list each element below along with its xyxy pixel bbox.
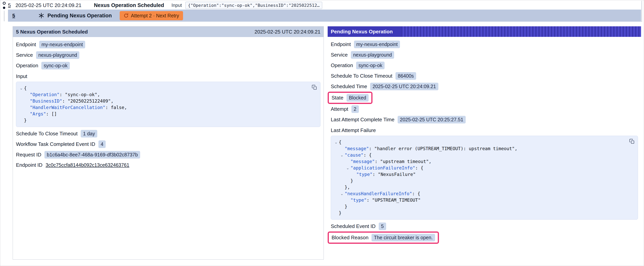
scheduled-panel-timestamp: 2025-02-25 UTC 20:24:09.21 (254, 29, 320, 35)
code-line: ⌄"applicationFailureInfo": { (333, 165, 626, 171)
code-line-text: { (24, 85, 27, 92)
code-line-text: "type": "NexusFailure" (356, 171, 416, 178)
field-label: Workflow Task Completed Event ID (16, 141, 95, 147)
code-line-text: "cause": { (344, 152, 372, 158)
field-value-badge: 2025-02-25 UTC 20:24:09.21 (370, 83, 438, 90)
code-line: ⌄"nexusHandlerFailureInfo": { (333, 190, 626, 197)
field-value-badge: 2025-02-25 UTC 20:25:27.51 (398, 116, 466, 123)
field-value-badge: Blocked (346, 94, 368, 102)
field-value-badge: nexus-playground (36, 51, 80, 59)
code-line-text: "applicationFailureInfo": { (350, 165, 423, 171)
code-line-text: "nexusHandlerFailureInfo": { (344, 190, 420, 197)
asterisk-pending-icon (38, 13, 44, 19)
field-label: Scheduled Event ID (331, 223, 376, 229)
code-line: "HandlerWaitForCancellation": false, (18, 104, 308, 111)
field-value-badge: my-nexus-endpoint (354, 41, 400, 48)
code-line: ⌄{ (18, 85, 308, 92)
retry-badge-label: Attempt 2 · Next Retry (131, 13, 179, 19)
field-value-link[interactable]: 3c0c75ccfa8144b092c13ce632463761 (46, 162, 130, 168)
field-value-badge: 1 day (81, 130, 97, 137)
pending-fields-bottom: Scheduled Event ID5Blocked ReasonThe cir… (331, 222, 638, 242)
input-label: Input (172, 3, 182, 8)
event-summary-row[interactable]: 5 2025-02-25 UTC 20:24:09.21 Nexus Opera… (8, 0, 638, 10)
timeline-dot-icon[interactable] (3, 7, 5, 9)
code-line: } (333, 178, 626, 184)
code-line-text: "BusinessID": "20250225122409", (30, 98, 114, 104)
collapse-chevron-icon[interactable]: ⌄ (339, 190, 344, 197)
code-line: "type": "NexusFailure" (333, 171, 626, 178)
field-label: Endpoint (331, 41, 351, 47)
collapse-chevron-icon[interactable]: ⌄ (18, 85, 24, 92)
code-line: ⌄{ (333, 139, 626, 145)
failure-section-label: Last Attempt Failure (331, 127, 638, 133)
field-value-badge: 86400s (396, 72, 416, 80)
annotation-highlight: Blocked ReasonThe circuit breaker is ope… (328, 231, 439, 244)
field-row-schedule-to-close-timeout: Schedule To Close Timeout1 day (16, 130, 320, 137)
field-row-service: Servicenexus-playground (331, 51, 638, 59)
code-line-text: } (24, 117, 27, 124)
field-row-endpoint: Endpointmy-nexus-endpoint (331, 41, 638, 48)
copy-icon[interactable] (311, 84, 318, 91)
failure-json-lines: ⌄{"message": "handler error (UPSTREAM_TI… (333, 139, 626, 216)
code-line: "message": "upstream timeout", (333, 158, 626, 165)
scheduled-fields-top: Endpointmy-nexus-endpointServicenexus-pl… (16, 41, 320, 69)
code-line: } (333, 203, 626, 210)
annotation-highlight: StateBlocked (328, 92, 372, 104)
field-value-badge: nexus-playground (351, 51, 394, 59)
field-row-endpoint-id: Endpoint ID3c0c75ccfa8144b092c13ce632463… (16, 161, 320, 169)
timeline-dotted-line (4, 11, 4, 21)
code-line-text: }, (344, 184, 350, 190)
field-row-last-attempt-complete-time: Last Attempt Complete Time2025-02-25 UTC… (331, 116, 638, 123)
code-line-text: "Args": [] (30, 111, 57, 117)
scheduled-panel-header[interactable]: 5 Nexus Operation Scheduled 2025-02-25 U… (13, 27, 324, 37)
collapse-chevron-icon[interactable]: ⌄ (345, 165, 350, 171)
code-line-text: { (339, 139, 342, 145)
code-line-text: } (339, 210, 342, 216)
field-value-badge: 4 (98, 140, 106, 148)
timeline-ring-icon[interactable] (3, 2, 6, 5)
code-line: ⌄"cause": { (333, 152, 626, 158)
code-line: }, (333, 184, 626, 190)
field-row-scheduled-event-id: Scheduled Event ID5 (331, 222, 638, 230)
input-section-label: Input (16, 73, 320, 79)
code-line-text: "type": "UPSTREAM_TIMEOUT" (350, 197, 421, 203)
event-title: Nexus Operation Scheduled (94, 2, 164, 9)
field-value-badge: sync-op-ok (356, 62, 384, 69)
field-label: Service (16, 52, 33, 58)
field-row-operation: Operationsync-op-ok (16, 62, 320, 69)
field-row-state: StateBlocked (331, 93, 638, 102)
event-timestamp: 2025-02-25 UTC 20:24:09.21 (16, 2, 81, 9)
event-id-link[interactable]: 5 (12, 13, 15, 19)
collapse-chevron-icon[interactable]: ⌄ (339, 152, 344, 158)
pending-operation-row[interactable]: 5 Pending Nexus Operation Attempt 2 · Ne… (8, 10, 641, 22)
failure-json-block: ⌄{"message": "handler error (UPSTREAM_TI… (331, 136, 638, 220)
field-label: Operation (331, 62, 353, 69)
detail-panels: 5 Nexus Operation Scheduled 2025-02-25 U… (13, 26, 641, 259)
field-label: Endpoint (16, 42, 36, 48)
field-value-badge: The circuit breaker is open. (372, 234, 435, 241)
field-label: Endpoint ID (16, 162, 42, 168)
code-line: "type": "UPSTREAM_TIMEOUT" (333, 197, 626, 203)
pending-panel-header: Pending Nexus Operation (328, 26, 641, 37)
input-json-block: ⌄{"Operation": "sync-op-ok","BusinessID"… (16, 82, 320, 127)
field-row-operation: Operationsync-op-ok (331, 62, 638, 69)
copy-icon[interactable] (629, 138, 635, 145)
code-line: "BusinessID": "20250225122409", (18, 98, 308, 104)
event-history-page: 5 2025-02-25 UTC 20:24:09.21 Nexus Opera… (0, 0, 644, 266)
field-row-endpoint: Endpointmy-nexus-endpoint (16, 41, 320, 48)
event-id-link[interactable]: 5 (8, 2, 11, 9)
code-line: } (333, 210, 626, 216)
collapse-chevron-icon[interactable]: ⌄ (333, 139, 339, 145)
retry-attempt-badge[interactable]: Attempt 2 · Next Retry (120, 11, 183, 20)
field-row-scheduled-time: Scheduled Time2025-02-25 UTC 20:24:09.21 (331, 83, 638, 90)
pending-operation-title: Pending Nexus Operation (47, 13, 112, 19)
code-line-text: "Operation": "sync-op-ok", (30, 92, 100, 98)
field-row-blocked-reason: Blocked ReasonThe circuit breaker is ope… (331, 233, 638, 242)
field-row-service: Servicenexus-playground (16, 51, 320, 59)
field-label: State (332, 95, 344, 101)
right-dotted-handle[interactable] (642, 1, 642, 22)
field-label: Schedule To Close Timeout (16, 131, 78, 137)
input-preview-chip[interactable]: {"Operation":"sync-op-ok","BusinessID":"… (185, 2, 322, 9)
scheduled-event-panel: 5 Nexus Operation Scheduled 2025-02-25 U… (13, 26, 324, 259)
code-line: "Operation": "sync-op-ok", (18, 92, 308, 98)
